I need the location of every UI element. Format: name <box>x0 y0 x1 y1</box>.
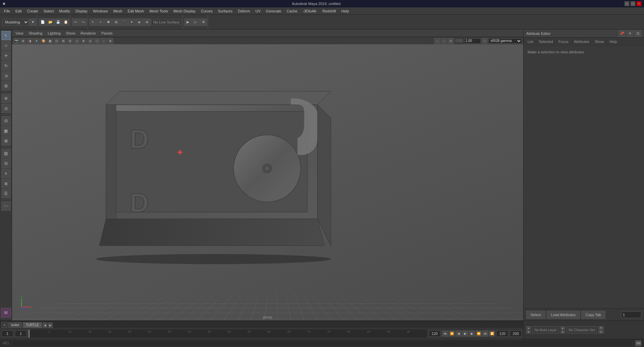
vp-cameras-btn[interactable]: 📷 <box>13 38 19 44</box>
vp-value-b-input[interactable] <box>464 38 481 44</box>
menu-edit-mesh[interactable]: Edit Mesh <box>125 8 147 14</box>
menu-display[interactable]: Display <box>73 8 90 14</box>
model-canvas[interactable]: D D <box>12 44 523 320</box>
tool-settings[interactable]: ⊟ <box>1 116 11 126</box>
menu-modify[interactable]: Modify <box>56 8 72 14</box>
attr-tab-help[interactable]: Help <box>608 39 618 44</box>
render-btn[interactable]: ▶ <box>184 18 192 26</box>
attr-tab-show[interactable]: Show <box>593 39 605 44</box>
tab-bullet[interactable]: bullet <box>8 322 22 328</box>
anim-layer-down-btn[interactable]: ▼ <box>526 330 531 334</box>
minimize-btn[interactable]: ─ <box>625 1 629 6</box>
vp-resolution-btn[interactable]: ○ <box>101 38 107 44</box>
render-settings-btn[interactable]: ⚙ <box>200 18 207 26</box>
tab-prev-btn[interactable]: ◀ <box>43 323 47 328</box>
script-editor-btn[interactable]: ⌨ <box>635 340 641 346</box>
menu-mesh-tools[interactable]: Mesh Tools <box>147 8 170 14</box>
menu-edit[interactable]: Edit <box>13 8 24 14</box>
attr-frame-field[interactable] <box>621 311 641 318</box>
vp-lighting-btn[interactable]: ☀ <box>34 38 40 44</box>
attr-load-btn[interactable]: Load Attributes <box>547 311 580 319</box>
attr-copy-tab-btn[interactable]: Copy Tab <box>581 311 605 319</box>
timeline-range-end-input[interactable] <box>429 330 441 337</box>
workspace-expand-btn[interactable]: ▼ <box>29 18 37 26</box>
vp-wire-btn[interactable]: ▦ <box>47 38 53 44</box>
save-file-btn[interactable]: 💾 <box>54 18 62 26</box>
scale-tool[interactable]: ⇲ <box>1 71 11 81</box>
scene-assembly[interactable]: ⊟ <box>1 159 11 168</box>
paint-select-tool[interactable]: ⊹ <box>1 41 11 50</box>
vp-hud-btn[interactable]: ⊟ <box>67 38 73 44</box>
vp-transform-btn[interactable]: ⊡ <box>448 38 454 44</box>
anim-layer-up-btn[interactable]: ▲ <box>526 326 531 330</box>
menu-generate[interactable]: Generate <box>263 8 284 14</box>
menu-deform[interactable]: Deform <box>235 8 253 14</box>
menu-file[interactable]: File <box>1 8 13 14</box>
char-set-down-btn[interactable]: ▼ <box>560 330 565 334</box>
undo-btn[interactable]: ↩ <box>72 18 79 26</box>
menu-curves[interactable]: Curves <box>198 8 215 14</box>
show-manipulator[interactable]: ◎ <box>1 104 11 113</box>
vp-gamma-select[interactable]: sRGB gamma <box>488 38 522 44</box>
timeline-playback-start-input[interactable] <box>496 330 508 337</box>
menu-redshift[interactable]: Redshift <box>320 8 339 14</box>
attr-tab-focus[interactable]: Focus <box>557 39 570 44</box>
play-btn[interactable]: ▶ <box>462 331 468 337</box>
attr-float-btn[interactable]: ⊡ <box>635 30 641 37</box>
go-to-end-btn[interactable]: ⏭ <box>482 331 488 337</box>
char-icon-1[interactable]: ⊕ <box>598 326 604 330</box>
timeline-playback-end-input[interactable] <box>510 330 522 337</box>
attr-pin-btn[interactable]: 📌 <box>618 30 625 37</box>
timeline-ruler[interactable]: 5 10 15 20 25 30 35 40 45 50 55 60 65 70… <box>28 329 427 338</box>
vp-manip-btn[interactable]: ⊕ <box>81 38 87 44</box>
rotate-tool[interactable]: ↻ <box>1 61 11 70</box>
more-tools[interactable]: ⋯ <box>1 201 11 211</box>
move-tool[interactable]: ✛ <box>1 51 11 60</box>
vp-grid-btn[interactable]: ⊞ <box>60 38 66 44</box>
grid-tool[interactable]: ▦ <box>1 126 11 136</box>
open-file-btn[interactable]: 📂 <box>47 18 54 26</box>
new-file-btn[interactable]: 📄 <box>39 18 46 26</box>
soft-select-tool[interactable]: ⊛ <box>1 94 11 103</box>
select-tool[interactable]: ↖ <box>1 31 11 40</box>
next-frame-btn[interactable]: ⏩ <box>476 331 482 337</box>
timeline-toggle-btn[interactable]: ≡ <box>1 322 7 328</box>
vp-fit-btn[interactable]: ↔ <box>441 38 447 44</box>
vp-menu-lighting[interactable]: Lighting <box>46 31 63 36</box>
close-btn[interactable]: ✕ <box>637 1 641 6</box>
vp-selection-btn[interactable]: ◻ <box>74 38 80 44</box>
prev-key-btn[interactable]: ◀ <box>455 331 461 337</box>
vp-menu-renderer[interactable]: Renderer <box>79 31 98 36</box>
snap-grid-btn[interactable]: ⊞ <box>112 18 120 26</box>
snap-tool[interactable]: ⊠ <box>1 136 11 146</box>
menu-mesh[interactable]: Mesh <box>110 8 125 14</box>
render-region[interactable]: ▨ <box>1 149 11 158</box>
char-set-up-btn[interactable]: ▲ <box>560 326 565 330</box>
menu-cache[interactable]: Cache <box>284 8 300 14</box>
next-key-btn[interactable]: ▶ <box>469 331 475 337</box>
menu-windows[interactable]: Windows <box>90 8 111 14</box>
maximize-btn[interactable]: □ <box>631 1 635 6</box>
go-to-start-btn[interactable]: ⏮ <box>442 331 448 337</box>
char-icon-2[interactable]: ⊟ <box>598 330 604 334</box>
snap-view-btn[interactable]: ◈ <box>136 18 143 26</box>
menu-uv[interactable]: UV <box>253 8 263 14</box>
menu-create[interactable]: Create <box>24 8 41 14</box>
save-as-btn[interactable]: 📋 <box>62 18 69 26</box>
menu-help[interactable]: Help <box>339 8 352 14</box>
menu-select[interactable]: Select <box>41 8 57 14</box>
vp-menu-panels[interactable]: Panels <box>99 31 115 36</box>
no-live-surface-btn[interactable]: No Live Surface <box>151 19 182 25</box>
tab-turtle[interactable]: TURTLE <box>23 322 42 328</box>
vp-menu-view[interactable]: View <box>13 31 26 36</box>
lasso-btn[interactable]: ⌖ <box>97 18 104 26</box>
snap-curve-btn[interactable]: ⌒ <box>120 18 128 26</box>
vp-gamma-icon[interactable]: □ <box>482 38 488 44</box>
timeline-current-frame-input[interactable] <box>1 330 13 337</box>
snap-point-btn[interactable]: ✦ <box>128 18 135 26</box>
redo-btn[interactable]: ↪ <box>80 18 87 26</box>
channel-box[interactable]: ≣ <box>1 179 11 188</box>
ipr-btn[interactable]: ▷ <box>192 18 199 26</box>
vp-isolate-btn[interactable]: ⬡ <box>94 38 100 44</box>
vp-display-btn[interactable]: ↕ <box>434 38 440 44</box>
